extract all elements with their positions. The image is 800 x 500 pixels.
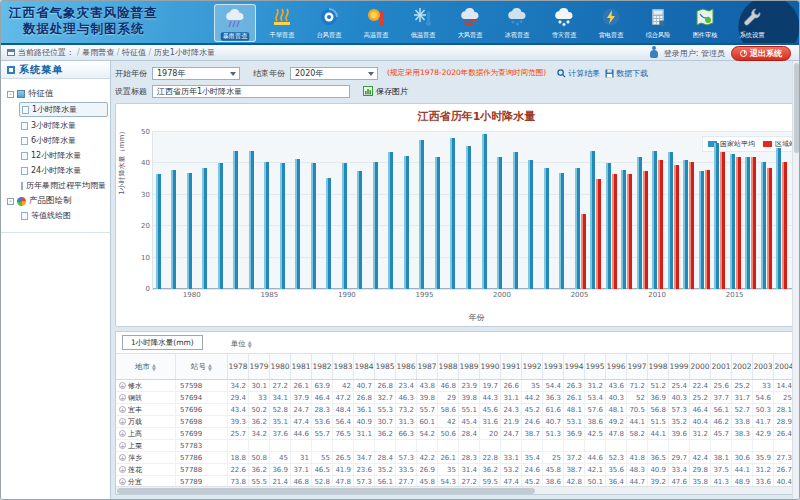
- col-header-year-1980[interactable]: 1980: [270, 354, 291, 379]
- nav-item-typhoon[interactable]: 台风普查: [308, 4, 350, 42]
- col-header-year-2001[interactable]: 2001: [711, 354, 732, 379]
- nav-item-map[interactable]: 图件审核: [684, 4, 726, 42]
- sidebar-item-3小时降水量[interactable]: 3小时降水量: [19, 119, 108, 132]
- col-header-year-1984[interactable]: 1984: [354, 354, 375, 379]
- value-cell: 57.3: [396, 452, 417, 463]
- value-cell: 22.6: [228, 464, 249, 475]
- breadcrumb-item[interactable]: 历史1小时降水量: [154, 48, 215, 57]
- table-row-萍乡[interactable]: +萍乡5778618.850.845315526.534.728.457.342…: [116, 452, 800, 464]
- table-row-上高[interactable]: +上高5769925.734.237.644.655.776.531.136.2…: [116, 428, 800, 440]
- expander-icon[interactable]: -: [7, 91, 14, 98]
- start-year-select[interactable]: 1978年: [152, 67, 240, 80]
- col-header-station[interactable]: 站号 ▲▼: [176, 354, 228, 379]
- sidebar-item-12小时降水量[interactable]: 12小时降水量: [19, 149, 108, 162]
- col-header-year-1978[interactable]: 1978: [228, 354, 249, 379]
- expand-row-icon[interactable]: +: [119, 430, 126, 437]
- sidebar-item-24小时降水量[interactable]: 24小时降水量: [19, 164, 108, 177]
- expand-row-icon[interactable]: +: [119, 394, 126, 401]
- breadcrumb-item[interactable]: 暴雨普查: [82, 48, 114, 57]
- col-header-year-1989[interactable]: 1989: [459, 354, 480, 379]
- expand-row-icon[interactable]: +: [119, 406, 126, 413]
- col-header-year-1988[interactable]: 1988: [438, 354, 459, 379]
- col-header-year-1991[interactable]: 1991: [501, 354, 522, 379]
- nav-item-lightning[interactable]: 雷电普查: [590, 4, 632, 42]
- app-title: 江西省气象灾害风险普查 数据处理与制图系统: [9, 5, 158, 36]
- nav-item-calculator[interactable]: 综合风险: [637, 4, 679, 42]
- col-header-year-1999[interactable]: 1999: [669, 354, 690, 379]
- nav-item-heat[interactable]: 高温普查: [355, 4, 397, 42]
- value-cell: [501, 440, 522, 451]
- expand-row-icon[interactable]: +: [119, 418, 126, 425]
- col-header-year-1982[interactable]: 1982: [312, 354, 333, 379]
- col-header-year-1986[interactable]: 1986: [396, 354, 417, 379]
- value-cell: 37.6: [270, 428, 291, 439]
- nav-item-rain[interactable]: 暴雨普查: [214, 4, 256, 42]
- expand-row-icon[interactable]: +: [119, 454, 126, 461]
- sidebar-item-等值线绘图[interactable]: 等值线绘图: [19, 209, 108, 222]
- col-header-year-2002[interactable]: 2002: [732, 354, 753, 379]
- bar-national-1996: [435, 157, 440, 289]
- save-image-button[interactable]: 保存图片: [363, 86, 408, 97]
- expander-icon[interactable]: -: [7, 198, 14, 205]
- scrollbar-thumb[interactable]: [117, 488, 535, 494]
- value-cell: 25.6: [711, 380, 732, 391]
- table-row-铜鼓[interactable]: +铜鼓5769429.43334.137.946.447.226.832.746…: [116, 392, 800, 404]
- logout-button[interactable]: 退出系统: [731, 46, 791, 61]
- value-cell: 40.9: [354, 416, 375, 427]
- col-header-year-2003[interactable]: 2003: [753, 354, 774, 379]
- nav-item-cold[interactable]: 低温普查: [402, 4, 444, 42]
- table-row-莲花[interactable]: +莲花5778822.636.236.937.146.541.923.635.2…: [116, 464, 800, 476]
- horizontal-scrollbar[interactable]: [116, 486, 800, 494]
- sidebar-group-特征值[interactable]: -特征值: [7, 88, 108, 100]
- chart-title-input[interactable]: [152, 85, 350, 98]
- unit-header[interactable]: 单位 ▲▼: [231, 335, 252, 353]
- expand-row-icon[interactable]: +: [119, 382, 126, 389]
- col-header-year-1981[interactable]: 1981: [291, 354, 312, 379]
- sidebar-group-产品图绘制[interactable]: -产品图绘制: [7, 195, 108, 207]
- data-download-button[interactable]: 数据下载: [605, 68, 648, 79]
- value-cell: 36.2: [480, 464, 501, 475]
- breadcrumb-item[interactable]: 特征值: [122, 48, 146, 57]
- col-header-year-1985[interactable]: 1985: [375, 354, 396, 379]
- col-header-city[interactable]: 地市 ▲▼: [116, 354, 176, 379]
- nav-item-snow[interactable]: 雪灾普查: [543, 4, 585, 42]
- expand-row-icon[interactable]: +: [119, 466, 126, 473]
- col-header-year-1987[interactable]: 1987: [417, 354, 438, 379]
- nav-item-wrench[interactable]: 系统设置: [731, 4, 773, 42]
- end-year-select[interactable]: 2020年: [290, 67, 378, 80]
- scrollbar-thumb[interactable]: [794, 63, 799, 153]
- bar-national-1991: [357, 171, 362, 289]
- value-cell: 46.4: [690, 404, 711, 415]
- value-cell: 50.8: [249, 452, 270, 463]
- nav-item-hail[interactable]: 冰雹普查: [496, 4, 538, 42]
- calc-result-button[interactable]: 计算结果: [557, 68, 600, 79]
- nav-item-drought[interactable]: 干旱普查: [261, 4, 303, 42]
- table-row-万载[interactable]: +万载5769839.336.235.147.453.656.440.930.7…: [116, 416, 800, 428]
- measure-label-box[interactable]: 1小时降水量(mm): [122, 335, 203, 350]
- col-header-year-1990[interactable]: 1990: [480, 354, 501, 379]
- app-window: 江西省气象灾害风险普查 数据处理与制图系统 暴雨普查干旱普查台风普查高温普查低温…: [0, 0, 800, 500]
- col-header-year-1996[interactable]: 1996: [606, 354, 627, 379]
- bar-national-2017: [761, 162, 766, 289]
- col-header-year-1997[interactable]: 1997: [627, 354, 648, 379]
- col-header-year-2000[interactable]: 2000: [690, 354, 711, 379]
- sidebar-item-1小时降水量[interactable]: 1小时降水量: [19, 102, 108, 117]
- col-header-year-1998[interactable]: 1998: [648, 354, 669, 379]
- sidebar-item-历年暴雨过程平均雨量[interactable]: 历年暴雨过程平均雨量: [19, 179, 108, 192]
- col-header-year-1995[interactable]: 1995: [585, 354, 606, 379]
- col-header-year-1979[interactable]: 1979: [249, 354, 270, 379]
- value-cell: 38.3: [732, 428, 753, 439]
- vertical-scrollbar[interactable]: [792, 61, 799, 500]
- table-row-上栗[interactable]: +上栗57783: [116, 440, 800, 452]
- col-header-year-1992[interactable]: 1992: [522, 354, 543, 379]
- expand-row-icon[interactable]: +: [119, 442, 126, 449]
- col-header-year-1983[interactable]: 1983: [333, 354, 354, 379]
- col-header-year-1994[interactable]: 1994: [564, 354, 585, 379]
- table-row-修水[interactable]: +修水5759834.230.127.226.163.94240.726.823…: [116, 380, 800, 392]
- expand-row-icon[interactable]: +: [119, 478, 126, 485]
- col-header-year-1993[interactable]: 1993: [543, 354, 564, 379]
- power-icon: [740, 50, 747, 57]
- table-row-宜丰[interactable]: +宜丰5769643.450.252.824.728.348.436.155.3…: [116, 404, 800, 416]
- sidebar-item-6小时降水量[interactable]: 6小时降水量: [19, 134, 108, 147]
- nav-item-wind[interactable]: 大风普查: [449, 4, 491, 42]
